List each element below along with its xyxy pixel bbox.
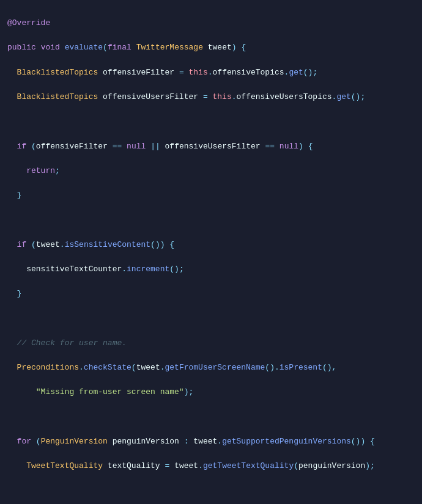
keyword-public: public [7,43,36,52]
annotation: @Override [7,18,50,27]
code-editor: @Override public void evaluate(final Twi… [0,0,422,504]
